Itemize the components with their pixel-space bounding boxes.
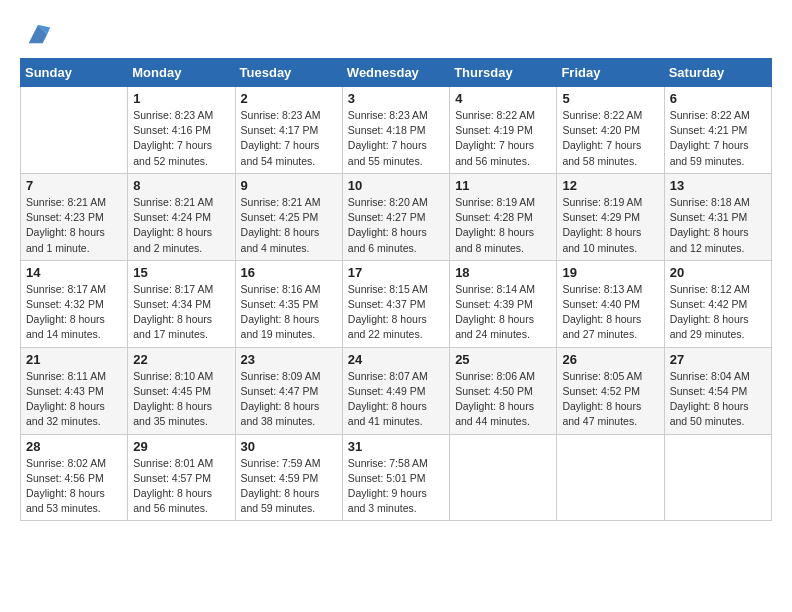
calendar-cell: 3Sunrise: 8:23 AM Sunset: 4:18 PM Daylig… xyxy=(342,87,449,174)
day-number: 21 xyxy=(26,352,122,367)
calendar-cell: 28Sunrise: 8:02 AM Sunset: 4:56 PM Dayli… xyxy=(21,434,128,521)
day-info: Sunrise: 8:14 AM Sunset: 4:39 PM Dayligh… xyxy=(455,282,551,343)
calendar-cell: 18Sunrise: 8:14 AM Sunset: 4:39 PM Dayli… xyxy=(450,260,557,347)
calendar-cell: 26Sunrise: 8:05 AM Sunset: 4:52 PM Dayli… xyxy=(557,347,664,434)
day-info: Sunrise: 8:23 AM Sunset: 4:18 PM Dayligh… xyxy=(348,108,444,169)
day-number: 2 xyxy=(241,91,337,106)
day-info: Sunrise: 8:23 AM Sunset: 4:17 PM Dayligh… xyxy=(241,108,337,169)
day-number: 8 xyxy=(133,178,229,193)
day-header-tuesday: Tuesday xyxy=(235,59,342,87)
day-info: Sunrise: 8:09 AM Sunset: 4:47 PM Dayligh… xyxy=(241,369,337,430)
calendar-cell: 31Sunrise: 7:58 AM Sunset: 5:01 PM Dayli… xyxy=(342,434,449,521)
day-info: Sunrise: 8:21 AM Sunset: 4:25 PM Dayligh… xyxy=(241,195,337,256)
day-number: 22 xyxy=(133,352,229,367)
calendar-week-row: 14Sunrise: 8:17 AM Sunset: 4:32 PM Dayli… xyxy=(21,260,772,347)
calendar-cell: 10Sunrise: 8:20 AM Sunset: 4:27 PM Dayli… xyxy=(342,173,449,260)
day-header-saturday: Saturday xyxy=(664,59,771,87)
calendar-cell: 29Sunrise: 8:01 AM Sunset: 4:57 PM Dayli… xyxy=(128,434,235,521)
day-info: Sunrise: 8:19 AM Sunset: 4:29 PM Dayligh… xyxy=(562,195,658,256)
day-info: Sunrise: 8:17 AM Sunset: 4:32 PM Dayligh… xyxy=(26,282,122,343)
day-info: Sunrise: 8:22 AM Sunset: 4:20 PM Dayligh… xyxy=(562,108,658,169)
day-number: 12 xyxy=(562,178,658,193)
calendar-cell: 6Sunrise: 8:22 AM Sunset: 4:21 PM Daylig… xyxy=(664,87,771,174)
day-number: 30 xyxy=(241,439,337,454)
calendar-cell: 14Sunrise: 8:17 AM Sunset: 4:32 PM Dayli… xyxy=(21,260,128,347)
day-number: 31 xyxy=(348,439,444,454)
day-number: 3 xyxy=(348,91,444,106)
day-info: Sunrise: 7:58 AM Sunset: 5:01 PM Dayligh… xyxy=(348,456,444,517)
day-info: Sunrise: 8:06 AM Sunset: 4:50 PM Dayligh… xyxy=(455,369,551,430)
day-info: Sunrise: 8:21 AM Sunset: 4:24 PM Dayligh… xyxy=(133,195,229,256)
day-number: 15 xyxy=(133,265,229,280)
day-info: Sunrise: 8:16 AM Sunset: 4:35 PM Dayligh… xyxy=(241,282,337,343)
calendar-header-row: SundayMondayTuesdayWednesdayThursdayFrid… xyxy=(21,59,772,87)
day-number: 13 xyxy=(670,178,766,193)
calendar-week-row: 21Sunrise: 8:11 AM Sunset: 4:43 PM Dayli… xyxy=(21,347,772,434)
day-header-wednesday: Wednesday xyxy=(342,59,449,87)
day-header-thursday: Thursday xyxy=(450,59,557,87)
day-number: 14 xyxy=(26,265,122,280)
day-number: 7 xyxy=(26,178,122,193)
day-info: Sunrise: 8:01 AM Sunset: 4:57 PM Dayligh… xyxy=(133,456,229,517)
day-info: Sunrise: 7:59 AM Sunset: 4:59 PM Dayligh… xyxy=(241,456,337,517)
calendar-cell: 9Sunrise: 8:21 AM Sunset: 4:25 PM Daylig… xyxy=(235,173,342,260)
day-header-sunday: Sunday xyxy=(21,59,128,87)
day-header-monday: Monday xyxy=(128,59,235,87)
day-info: Sunrise: 8:04 AM Sunset: 4:54 PM Dayligh… xyxy=(670,369,766,430)
day-info: Sunrise: 8:12 AM Sunset: 4:42 PM Dayligh… xyxy=(670,282,766,343)
calendar-cell: 20Sunrise: 8:12 AM Sunset: 4:42 PM Dayli… xyxy=(664,260,771,347)
day-number: 10 xyxy=(348,178,444,193)
calendar-cell: 23Sunrise: 8:09 AM Sunset: 4:47 PM Dayli… xyxy=(235,347,342,434)
calendar-cell: 24Sunrise: 8:07 AM Sunset: 4:49 PM Dayli… xyxy=(342,347,449,434)
day-number: 29 xyxy=(133,439,229,454)
calendar-cell: 13Sunrise: 8:18 AM Sunset: 4:31 PM Dayli… xyxy=(664,173,771,260)
day-info: Sunrise: 8:02 AM Sunset: 4:56 PM Dayligh… xyxy=(26,456,122,517)
logo-icon xyxy=(24,20,52,48)
day-number: 20 xyxy=(670,265,766,280)
day-info: Sunrise: 8:17 AM Sunset: 4:34 PM Dayligh… xyxy=(133,282,229,343)
day-info: Sunrise: 8:22 AM Sunset: 4:19 PM Dayligh… xyxy=(455,108,551,169)
day-number: 4 xyxy=(455,91,551,106)
day-info: Sunrise: 8:05 AM Sunset: 4:52 PM Dayligh… xyxy=(562,369,658,430)
calendar-cell xyxy=(557,434,664,521)
calendar-cell: 7Sunrise: 8:21 AM Sunset: 4:23 PM Daylig… xyxy=(21,173,128,260)
day-info: Sunrise: 8:23 AM Sunset: 4:16 PM Dayligh… xyxy=(133,108,229,169)
calendar-cell: 22Sunrise: 8:10 AM Sunset: 4:45 PM Dayli… xyxy=(128,347,235,434)
calendar-table: SundayMondayTuesdayWednesdayThursdayFrid… xyxy=(20,58,772,521)
day-number: 18 xyxy=(455,265,551,280)
calendar-cell xyxy=(21,87,128,174)
calendar-cell xyxy=(450,434,557,521)
day-info: Sunrise: 8:21 AM Sunset: 4:23 PM Dayligh… xyxy=(26,195,122,256)
day-number: 5 xyxy=(562,91,658,106)
calendar-cell: 25Sunrise: 8:06 AM Sunset: 4:50 PM Dayli… xyxy=(450,347,557,434)
day-number: 27 xyxy=(670,352,766,367)
day-header-friday: Friday xyxy=(557,59,664,87)
day-number: 9 xyxy=(241,178,337,193)
day-number: 6 xyxy=(670,91,766,106)
day-number: 24 xyxy=(348,352,444,367)
calendar-cell: 5Sunrise: 8:22 AM Sunset: 4:20 PM Daylig… xyxy=(557,87,664,174)
day-number: 17 xyxy=(348,265,444,280)
day-info: Sunrise: 8:11 AM Sunset: 4:43 PM Dayligh… xyxy=(26,369,122,430)
calendar-cell: 17Sunrise: 8:15 AM Sunset: 4:37 PM Dayli… xyxy=(342,260,449,347)
calendar-cell xyxy=(664,434,771,521)
day-number: 16 xyxy=(241,265,337,280)
day-info: Sunrise: 8:19 AM Sunset: 4:28 PM Dayligh… xyxy=(455,195,551,256)
calendar-cell: 15Sunrise: 8:17 AM Sunset: 4:34 PM Dayli… xyxy=(128,260,235,347)
day-number: 25 xyxy=(455,352,551,367)
logo xyxy=(20,20,52,48)
calendar-cell: 1Sunrise: 8:23 AM Sunset: 4:16 PM Daylig… xyxy=(128,87,235,174)
day-info: Sunrise: 8:18 AM Sunset: 4:31 PM Dayligh… xyxy=(670,195,766,256)
day-info: Sunrise: 8:20 AM Sunset: 4:27 PM Dayligh… xyxy=(348,195,444,256)
day-info: Sunrise: 8:13 AM Sunset: 4:40 PM Dayligh… xyxy=(562,282,658,343)
calendar-cell: 11Sunrise: 8:19 AM Sunset: 4:28 PM Dayli… xyxy=(450,173,557,260)
day-info: Sunrise: 8:07 AM Sunset: 4:49 PM Dayligh… xyxy=(348,369,444,430)
day-info: Sunrise: 8:10 AM Sunset: 4:45 PM Dayligh… xyxy=(133,369,229,430)
day-info: Sunrise: 8:22 AM Sunset: 4:21 PM Dayligh… xyxy=(670,108,766,169)
day-number: 11 xyxy=(455,178,551,193)
calendar-week-row: 28Sunrise: 8:02 AM Sunset: 4:56 PM Dayli… xyxy=(21,434,772,521)
calendar-week-row: 1Sunrise: 8:23 AM Sunset: 4:16 PM Daylig… xyxy=(21,87,772,174)
calendar-week-row: 7Sunrise: 8:21 AM Sunset: 4:23 PM Daylig… xyxy=(21,173,772,260)
day-info: Sunrise: 8:15 AM Sunset: 4:37 PM Dayligh… xyxy=(348,282,444,343)
day-number: 19 xyxy=(562,265,658,280)
